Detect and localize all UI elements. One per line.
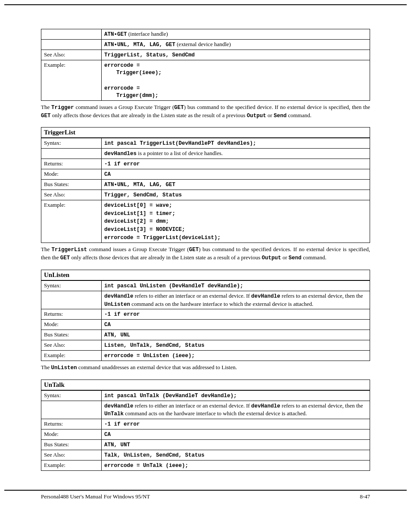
dev-b2: devHandle	[251, 403, 280, 409]
p3-c: command unaddresses an external device t…	[77, 364, 237, 370]
table-row: Syntax: int pascal UnListen (DevHandleT …	[41, 280, 370, 291]
mode-label: Mode:	[41, 169, 102, 180]
p2-f: GET	[60, 255, 70, 261]
dev-t2: refers to an external device, then the	[280, 402, 363, 409]
untalk-heading: UnTalk	[41, 380, 370, 390]
see-also-label: See Also:	[41, 340, 102, 351]
bus-label: Bus States:	[41, 179, 102, 190]
bus-label: Bus States:	[41, 330, 102, 340]
see-also-val: TriggerList, Status, SendCmd	[104, 52, 195, 58]
ex1a: errorcode =	[104, 62, 140, 68]
triggerlist-paragraph: The TriggerList command issues a Group E…	[41, 246, 370, 262]
p1-c: command issues a Group Execute Trigger (	[74, 104, 174, 110]
example-label: Example:	[41, 350, 102, 361]
ex-l3: deviceList[2] = dmm;	[104, 218, 169, 224]
bus-val: ATN•UNL, MTA, LAG, GET	[104, 182, 175, 188]
table-row: Bus States: ATN, UNL	[41, 330, 370, 340]
p2-d: GET	[189, 247, 199, 253]
dev-t3: command acts on the hardware interface t…	[124, 410, 307, 417]
table-row: See Also: Listen, UnTalk, SendCmd, Statu…	[41, 340, 370, 351]
ex-val: errorcode = UnListen (ieee);	[104, 353, 195, 359]
dev-b: devHandle	[104, 293, 134, 299]
devh-b: devHandles	[104, 151, 137, 157]
table-row: Example: deviceList[0] = wave; deviceLis…	[41, 200, 370, 243]
mode-label: Mode:	[41, 320, 102, 330]
p2-k: command.	[302, 254, 327, 261]
dev-t1: refers to either an interface or an exte…	[134, 402, 252, 409]
see-also-val: Talk, UnListen, SendCmd, Status	[104, 452, 205, 458]
dev-t3: command acts on the hardware interface t…	[130, 301, 313, 307]
syntax-label: Syntax:	[41, 138, 102, 149]
table-row: Returns: -1 if error	[41, 159, 370, 169]
mode-val: CA	[104, 322, 111, 328]
dev-t1: refers to either an interface or an exte…	[134, 292, 252, 299]
example-label: Example:	[41, 460, 102, 470]
dev-b: devHandle	[104, 403, 134, 409]
syntax-val: int pascal UnListen (DevHandleT devHandl…	[104, 283, 243, 289]
p2-g: only affects those devices that are alre…	[70, 254, 262, 261]
see-also-val: Trigger, SendCmd, Status	[104, 192, 182, 198]
mode-val: CA	[104, 171, 111, 177]
p3-a: The	[41, 364, 51, 370]
table-row: Mode: CA	[41, 169, 370, 180]
table-row: Mode: CA	[41, 429, 370, 440]
returns-label: Returns:	[41, 419, 102, 429]
table-row: Bus States: ATN•UNL, MTA, LAG, GET	[41, 179, 370, 190]
table-row: Syntax: int pascal UnTalk (DevHandleT de…	[41, 390, 370, 401]
ex2a: errorcode =	[104, 85, 140, 91]
p1-b: Trigger	[51, 105, 74, 111]
ex-l5: errorcode = TriggerList(deviceList);	[104, 235, 221, 241]
unlisten-paragraph: The UnListen command unaddresses an exte…	[41, 364, 370, 372]
p1-j: Send	[274, 113, 286, 119]
table-row: devHandle refers to either an interface …	[41, 401, 370, 419]
p2-b: TriggerList	[52, 247, 87, 253]
p2-c: command issues a Group Execute Trigger (	[87, 246, 189, 252]
returns-val: -1 if error	[104, 161, 140, 167]
bus-val: ATN, UNT	[104, 442, 130, 448]
p1-h: Output	[247, 113, 266, 119]
table-row: See Also: Talk, UnListen, SendCmd, Statu…	[41, 450, 370, 460]
p1-f: GET	[41, 113, 51, 119]
see-also-label: See Also:	[41, 450, 102, 460]
syntax-val: int pascal TriggerList(DevHandlePT devHa…	[104, 140, 256, 146]
table-row: See Also: Trigger, SendCmd, Status	[41, 190, 370, 200]
table-row: Example: errorcode = Trigger(ieee); erro…	[41, 60, 370, 100]
p2-i: or	[281, 254, 289, 261]
dev-b2: devHandle	[251, 293, 280, 299]
trigger-table-cont: ATN•GET (interface handle) ATN•UNL, MTA,…	[41, 29, 370, 101]
ex-l2: deviceList[1] = timer;	[104, 211, 175, 217]
table-row: Mode: CA	[41, 320, 370, 330]
unlisten-heading: UnListen	[41, 270, 370, 280]
returns-label: Returns:	[41, 309, 102, 320]
triggerlist-table: Syntax: int pascal TriggerList(DevHandle…	[41, 138, 370, 243]
ex-l1: deviceList[0] = wave;	[104, 202, 172, 208]
p1-e: ) bus command to the specified device. I…	[184, 104, 370, 110]
p1-d: GET	[174, 105, 184, 111]
table-row: See Also: TriggerList, Status, SendCmd	[41, 50, 370, 60]
example-label: Example:	[41, 60, 102, 100]
bus-val2a: ATN•UNL, MTA, LAG, GET	[104, 42, 175, 48]
syntax-label: Syntax:	[41, 390, 102, 401]
p2-h: Output	[262, 255, 281, 261]
triggerlist-heading: TriggerList	[41, 127, 370, 138]
devh-t: is a pointer to a list of device handles…	[137, 150, 223, 156]
page-content: ATN•GET (interface handle) ATN•UNL, MTA,…	[4, 4, 407, 485]
bus-label: Bus States:	[41, 440, 102, 450]
ex-l4: deviceList[3] = NODEVICE;	[104, 227, 185, 233]
dev-t2: refers to an external device, then the	[280, 292, 363, 299]
p1-g: only affects those devices that are alre…	[51, 112, 247, 118]
example-label: Example:	[41, 200, 102, 243]
syntax-label: Syntax:	[41, 280, 102, 291]
mode-val: CA	[104, 432, 111, 438]
p2-a: The	[41, 246, 52, 252]
see-also-val: Listen, UnTalk, SendCmd, Status	[104, 342, 205, 348]
table-row: ATN•UNL, MTA, LAG, GET (external device …	[41, 39, 370, 50]
footer-left: Personal488 User's Manual For Windows 95…	[41, 493, 150, 500]
bus-val2b: (external device handle)	[175, 41, 231, 47]
see-also-label: See Also:	[41, 50, 102, 60]
dev-b3: UnListen	[104, 302, 130, 308]
syntax-val: int pascal UnTalk (DevHandleT devHandle)…	[104, 393, 237, 399]
bus-val1b: (interface handle)	[127, 31, 168, 37]
unlisten-table: Syntax: int pascal UnListen (DevHandleT …	[41, 280, 370, 361]
ex1b: Trigger(ieee);	[104, 69, 367, 77]
